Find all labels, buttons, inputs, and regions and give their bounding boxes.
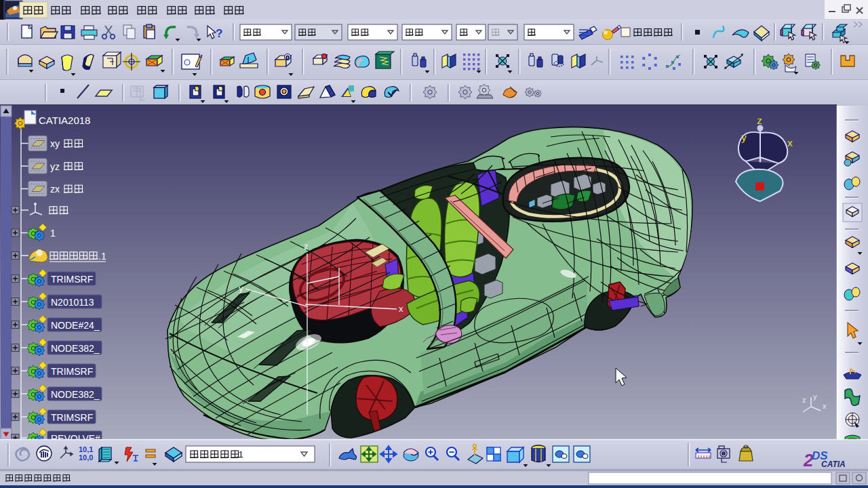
svg-text:?: ?	[216, 27, 222, 40]
svg-text:z: z	[757, 115, 762, 126]
svg-text:NODE382_: NODE382_	[51, 343, 100, 354]
svg-text:1: 1	[50, 228, 56, 239]
svg-text:10,0: 10,0	[79, 453, 93, 462]
svg-text:z: z	[802, 396, 806, 404]
svg-text:x: x	[399, 304, 403, 314]
svg-text:NODE382_: NODE382_	[51, 389, 100, 400]
svg-text:z: z	[304, 241, 309, 251]
svg-text:NODE#24_: NODE#24_	[51, 320, 100, 331]
svg-text:zx: zx	[50, 184, 60, 195]
svg-text:N2010113: N2010113	[51, 297, 94, 308]
svg-text:x: x	[787, 137, 793, 148]
svg-text:TRIMSRF: TRIMSRF	[51, 412, 93, 423]
svg-text:CATIA: CATIA	[821, 460, 846, 469]
svg-text:TRIMSRF: TRIMSRF	[51, 274, 93, 285]
svg-text:0: 0	[286, 54, 290, 61]
svg-text:xy: xy	[50, 138, 60, 149]
svg-text:y: y	[741, 131, 747, 143]
svg-text:y: y	[813, 392, 817, 401]
svg-text:.1: .1	[236, 449, 243, 460]
svg-text:TRIMSRF: TRIMSRF	[51, 366, 93, 377]
svg-text:x: x	[823, 402, 827, 410]
svg-text:yz: yz	[50, 161, 60, 172]
svg-text:CATIA2018: CATIA2018	[39, 115, 90, 126]
svg-text:y: y	[239, 283, 243, 293]
svg-text:.1: .1	[98, 251, 106, 262]
svg-text:10,1: 10,1	[79, 445, 93, 453]
